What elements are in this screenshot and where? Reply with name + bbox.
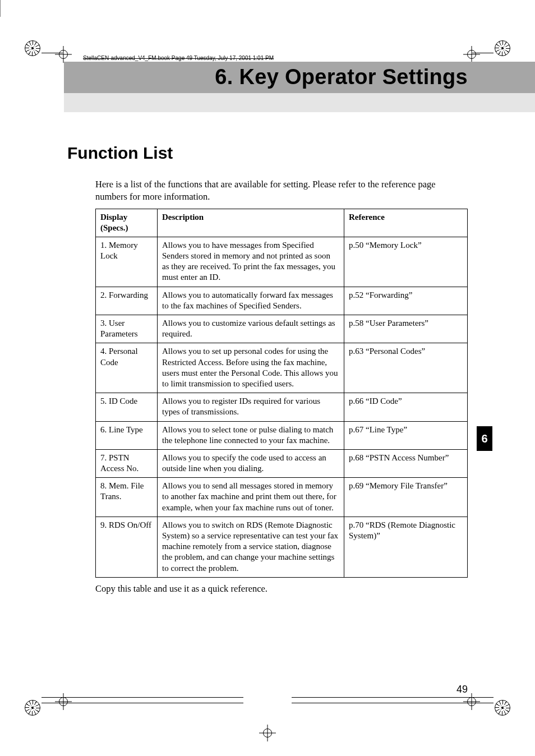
cell-reference: p.58 “User Parameters” <box>344 315 468 343</box>
table-row: 2. Forwarding Allows you to automaticall… <box>96 287 468 315</box>
crop-rule <box>41 53 63 53</box>
cell-display: 6. Line Type <box>96 421 158 449</box>
table-row: 4. Personal Code Allows you to set up pe… <box>96 343 468 393</box>
cell-description: Allows you to specify the code used to a… <box>158 449 344 477</box>
cell-display: 9. RDS On/Off <box>96 517 158 577</box>
registration-mark-icon <box>25 700 40 716</box>
cell-reference: p.66 “ID Code” <box>344 393 468 421</box>
cell-description: Allows you to have messages from Specifi… <box>158 237 344 287</box>
cell-description: Allows you to automatically forward fax … <box>158 287 344 315</box>
crop-rule <box>292 703 494 703</box>
crop-rule <box>292 697 494 698</box>
registration-mark-icon <box>495 40 510 56</box>
cell-display: 8. Mem. File Trans. <box>96 478 158 517</box>
cell-reference: p.67 “Line Type” <box>344 421 468 449</box>
section-index-tab: 6 <box>477 426 492 451</box>
cell-description: Allows you to send all messages stored i… <box>158 478 344 517</box>
cell-display: 3. User Parameters <box>96 315 158 343</box>
function-table: Display (Specs.) Description Reference 1… <box>95 209 468 578</box>
crop-mark-icon <box>57 48 70 61</box>
page-content: 6. Key Operator Settings Function List H… <box>67 62 468 694</box>
crop-rule <box>472 53 494 53</box>
table-row: 9. RDS On/Off Allows you to switch on RD… <box>96 517 468 577</box>
cell-display: 5. ID Code <box>96 393 158 421</box>
after-table-paragraph: Copy this table and use it as a quick re… <box>95 583 468 594</box>
crop-rule <box>41 703 243 703</box>
cell-display: 4. Personal Code <box>96 343 158 393</box>
cell-description: Allows you to switch on RDS (Remote Diag… <box>158 517 344 577</box>
cell-display: 7. PSTN Access No. <box>96 449 158 477</box>
table-row: 1. Memory Lock Allows you to have messag… <box>96 237 468 287</box>
cell-display: 1. Memory Lock <box>96 237 158 287</box>
registration-mark-icon <box>25 40 40 56</box>
table-row: 6. Line Type Allows you to select tone o… <box>96 421 468 449</box>
col-reference-header: Reference <box>344 209 468 237</box>
crop-mark-icon <box>261 727 274 739</box>
crop-rule <box>0 0 1 17</box>
chapter-title: 6. Key Operator Settings <box>215 65 468 89</box>
table-row: 7. PSTN Access No. Allows you to specify… <box>96 449 468 477</box>
banner-bar-light <box>64 93 535 112</box>
registration-mark-icon <box>495 700 510 716</box>
cell-reference: p.52 “Forwarding” <box>344 287 468 315</box>
col-display-header: Display (Specs.) <box>96 209 158 237</box>
slug-line: StellaCEN-advanced_V4_FM.book Page 49 Tu… <box>83 55 274 61</box>
chapter-banner: 6. Key Operator Settings <box>67 62 468 112</box>
col-description-header: Description <box>158 209 344 237</box>
crop-rule <box>41 697 243 698</box>
table-row: 8. Mem. File Trans. Allows you to send a… <box>96 478 468 517</box>
cell-reference: p.70 “RDS (Remote Diagnostic System)” <box>344 517 468 577</box>
lead-paragraph: Here is a list of the functions that are… <box>95 178 468 203</box>
cell-reference: p.69 “Memory File Transfer” <box>344 478 468 517</box>
cell-description: Allows you to register IDs required for … <box>158 393 344 421</box>
table-row: 5. ID Code Allows you to register IDs re… <box>96 393 468 421</box>
section-title: Function List <box>67 144 468 163</box>
cell-reference: p.50 “Memory Lock” <box>344 237 468 287</box>
cell-reference: p.63 “Personal Codes” <box>344 343 468 393</box>
cell-reference: p.68 “PSTN Access Number” <box>344 449 468 477</box>
crop-mark-icon <box>465 48 478 61</box>
table-header-row: Display (Specs.) Description Reference <box>96 209 468 237</box>
cell-description: Allows you to customize various default … <box>158 315 344 343</box>
cell-display: 2. Forwarding <box>96 287 158 315</box>
cell-description: Allows you to select tone or pulse diali… <box>158 421 344 449</box>
page-number: 49 <box>456 684 468 695</box>
table-row: 3. User Parameters Allows you to customi… <box>96 315 468 343</box>
cell-description: Allows you to set up personal codes for … <box>158 343 344 393</box>
